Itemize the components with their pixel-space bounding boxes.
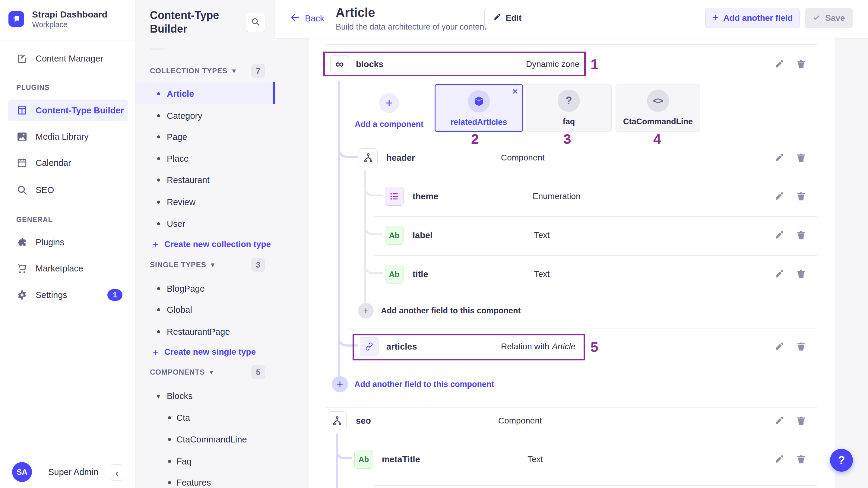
search-button[interactable] xyxy=(246,13,265,32)
component-item-faq[interactable]: Faq xyxy=(177,452,191,471)
sidebar-item-user[interactable]: User xyxy=(167,214,185,234)
field-name-header: header xyxy=(386,153,415,163)
sidebar-item-label: Media Library xyxy=(36,132,89,142)
delete-field-button[interactable] xyxy=(794,228,808,242)
add-another-field-button[interactable]: + Add another field xyxy=(706,8,800,28)
edit-field-button[interactable] xyxy=(772,452,786,466)
add-field-to-dynamic-zone-label[interactable]: Add another field to this component xyxy=(354,380,494,389)
sidebar-item-seo[interactable]: SEO xyxy=(16,180,54,200)
chevron-down-icon: ▾ xyxy=(157,392,160,400)
sidebar-item-blogpage[interactable]: BlogPage xyxy=(167,279,205,298)
help-button[interactable]: ? xyxy=(830,449,853,472)
sidebar-item-page[interactable]: Page xyxy=(167,127,187,147)
add-field-to-dynamic-zone-button[interactable]: + xyxy=(332,376,348,392)
collapse-sidebar-button[interactable]: ‹ xyxy=(111,464,123,481)
collection-types-header[interactable]: COLLECTION TYPES ▾ xyxy=(150,61,236,81)
component-item-features[interactable]: Features xyxy=(177,473,211,488)
component-group-blocks[interactable]: Blocks xyxy=(167,386,192,406)
item-label: Cta xyxy=(177,413,190,423)
component-card-faq[interactable]: ? faq xyxy=(526,84,612,132)
edit-field-button[interactable] xyxy=(772,57,786,71)
add-component-button[interactable]: + xyxy=(379,93,399,113)
sidebar-item-article[interactable]: Article xyxy=(167,84,194,103)
delete-field-button[interactable] xyxy=(794,151,808,165)
edit-field-button[interactable] xyxy=(772,340,786,354)
create-label: Create new single type xyxy=(164,347,256,357)
sidebar-item-label: Calendar xyxy=(36,158,71,168)
content-type-builder-panel: Content-Type Builder COLLECTION TYPES ▾ … xyxy=(135,0,275,488)
search-icon xyxy=(251,17,260,27)
sidebar-item-marketplace[interactable]: Marketplace xyxy=(16,259,83,278)
item-label: Faq xyxy=(177,457,191,466)
back-link[interactable]: Back xyxy=(290,11,324,26)
check-icon xyxy=(812,13,820,23)
edit-button[interactable]: Edit xyxy=(484,8,530,28)
sidebar-item-category[interactable]: Category xyxy=(167,106,203,125)
component-item-cta[interactable]: Cta xyxy=(177,408,190,427)
create-single-type-link[interactable]: + Create new single type xyxy=(152,342,256,362)
sidebar-item-global[interactable]: Global xyxy=(167,300,192,319)
add-field-to-component-button[interactable]: + xyxy=(358,303,374,318)
component-card-relatedarticles[interactable]: ✕ relatedArticles xyxy=(435,84,523,132)
edit-field-button[interactable] xyxy=(772,414,786,428)
delete-field-button[interactable] xyxy=(794,452,808,466)
sidebar-item-content-type-builder[interactable]: Content-Type Builder xyxy=(8,99,128,121)
item-label: BlogPage xyxy=(167,284,205,294)
item-label: Category xyxy=(167,111,203,121)
create-collection-type-link[interactable]: + Create new collection type xyxy=(152,235,271,254)
edit-field-button[interactable] xyxy=(772,228,786,242)
sidebar-section-plugins: PLUGINS xyxy=(16,83,50,92)
bullet-icon xyxy=(168,438,171,441)
text-field-icon: Ab xyxy=(385,226,404,245)
field-type-header: Component xyxy=(501,153,545,162)
edit-field-button[interactable] xyxy=(772,189,786,203)
tree-elbow xyxy=(336,438,352,459)
field-name-metatitle: metaTitle xyxy=(382,455,420,464)
sidebar-item-place[interactable]: Place xyxy=(167,149,189,168)
close-icon[interactable]: ✕ xyxy=(512,87,519,96)
sidebar-item-label: Plugins xyxy=(36,237,64,247)
component-card-ctacommandline[interactable]: <> CtaCommandLine xyxy=(616,84,700,132)
sidebar-item-restaurantpage[interactable]: RestaurantPage xyxy=(167,322,230,341)
sidebar-item-plugins[interactable]: Plugins xyxy=(16,233,64,252)
calendar-icon xyxy=(16,157,28,169)
text-field-icon: Ab xyxy=(385,265,404,283)
avatar[interactable]: SA xyxy=(12,462,32,482)
single-types-header[interactable]: SINGLE TYPES ▾ xyxy=(150,255,215,274)
item-label: Global xyxy=(167,305,192,315)
sidebar-item-media-library[interactable]: Media Library xyxy=(16,127,89,146)
sidebar-item-restaurant[interactable]: Restaurant xyxy=(167,171,210,190)
sidebar-item-review[interactable]: Review xyxy=(167,192,195,212)
sidebar-item-settings[interactable]: Settings xyxy=(16,285,67,305)
edit-field-button[interactable] xyxy=(772,151,786,165)
selected-item-indicator xyxy=(273,82,275,104)
brand: Strapi Dashboard Workplace xyxy=(8,9,107,29)
edit-field-button[interactable] xyxy=(772,267,786,281)
sidebar-item-calendar[interactable]: Calendar xyxy=(16,153,71,173)
delete-field-button[interactable] xyxy=(794,340,808,354)
component-icon xyxy=(359,148,378,167)
add-field-to-component-label[interactable]: Add another field to this component xyxy=(381,306,521,315)
divider xyxy=(349,328,817,329)
question-icon: ? xyxy=(838,454,845,467)
add-component-label[interactable]: Add a component xyxy=(353,120,425,129)
save-button[interactable]: Save xyxy=(805,8,852,28)
gear-icon xyxy=(16,289,28,301)
field-name-seo: seo xyxy=(356,416,371,426)
bullet-icon xyxy=(157,222,160,225)
edit-label: Edit xyxy=(506,13,522,23)
delete-field-button[interactable] xyxy=(794,267,808,281)
delete-field-button[interactable] xyxy=(794,414,808,428)
field-name-theme: theme xyxy=(412,191,438,202)
plus-icon: + xyxy=(363,305,369,317)
settings-notification-badge: 1 xyxy=(107,289,122,301)
components-header[interactable]: COMPONENTS ▾ xyxy=(150,363,213,382)
delete-field-button[interactable] xyxy=(794,189,808,203)
plus-icon: + xyxy=(385,96,393,111)
infinity-glyph: ∞ xyxy=(335,58,343,70)
component-item-ctacommandline[interactable]: CtaCommandLine xyxy=(177,430,247,449)
item-label: Page xyxy=(167,132,187,142)
strapi-logo-icon xyxy=(8,11,24,27)
delete-field-button[interactable] xyxy=(794,57,808,71)
sidebar-item-content-manager[interactable]: Content Manager xyxy=(16,49,103,68)
